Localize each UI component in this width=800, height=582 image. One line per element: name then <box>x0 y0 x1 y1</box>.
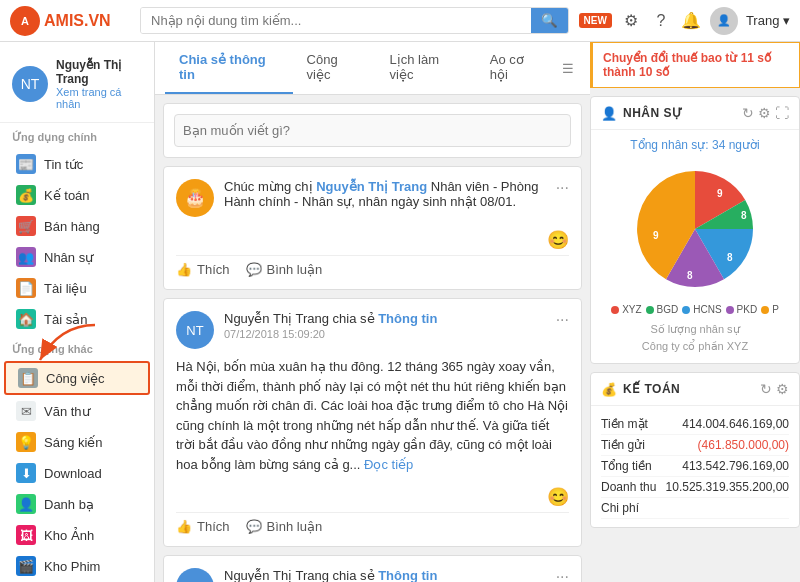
post-avatar: 🎂 <box>176 179 214 217</box>
comment-label-2: Bình luận <box>267 519 323 534</box>
sidebar-item-photos[interactable]: 🖼 Kho Ảnh <box>4 520 150 550</box>
other-apps-title: Ứng dụng khác <box>0 335 154 360</box>
legend-label-hcns: HCNS <box>693 304 721 315</box>
sidebar-item-hr[interactable]: 👥 Nhân sự <box>4 242 150 272</box>
feed-tabs: Chia sẻ thông tin Công việc Lịch làm việ… <box>155 42 590 95</box>
sidebar-item-news[interactable]: 📰 Tin tức <box>4 149 150 179</box>
header: A AMIS.VN 🔍 NEW ⚙ ? 🔔 👤 Trang ▾ <box>0 0 800 42</box>
accounting-widget: 💰 KẾ TOÁN ↻ ⚙ Tiền mặt 414.004.646.169,0… <box>590 372 800 528</box>
post-emoji-2[interactable]: 😊 <box>176 482 569 512</box>
hr-widget-icon: 👤 <box>601 106 617 121</box>
hr-expand-icon[interactable]: ⛶ <box>775 105 789 121</box>
post-header-3: NT Nguyễn Thị Trang chia sẻ Thông tin 07… <box>176 568 569 582</box>
feed-menu-icon[interactable]: ☰ <box>556 51 580 86</box>
acc-settings-icon[interactable]: ⚙ <box>776 381 789 397</box>
svg-text:8: 8 <box>687 270 693 281</box>
new-badge[interactable]: NEW <box>579 13 612 28</box>
tab-share[interactable]: Chia sẻ thông tin <box>165 42 293 94</box>
sidebar-item-download[interactable]: ⬇ Download <box>4 458 150 488</box>
sidebar-label-movies: Kho Phim <box>44 559 100 574</box>
sidebar-item-friends[interactable]: 👤 Danh bạ <box>4 489 150 519</box>
tab-history[interactable]: Lịch làm việc <box>376 42 476 94</box>
like-icon: 👍 <box>176 262 192 277</box>
help-icon[interactable]: ? <box>650 10 672 32</box>
avatar[interactable]: 👤 <box>710 7 738 35</box>
hr-settings-icon[interactable]: ⚙ <box>758 105 771 121</box>
post-more-btn[interactable]: ··· <box>556 179 569 197</box>
svg-text:8: 8 <box>741 210 747 221</box>
hr-subtitle2: Công ty cổ phần XYZ <box>601 338 789 355</box>
post-input[interactable] <box>174 114 571 147</box>
svg-text:9: 9 <box>717 188 723 199</box>
assets-icon: 🏠 <box>16 309 36 329</box>
sidebar-label-sales: Bán hàng <box>44 219 100 234</box>
right-panel: Chuyển đổi thuế bao từ 11 số thành 10 số… <box>590 42 800 582</box>
post-actions-2: 👍 Thích 💬 Bình luận <box>176 512 569 534</box>
accounting-data: Tiền mặt 414.004.646.169,00 Tiền gửi (46… <box>591 406 799 527</box>
hr-refresh-icon[interactable]: ↻ <box>742 105 754 121</box>
sidebar-label-ideas: Sáng kiến <box>44 435 103 450</box>
search-input[interactable] <box>141 8 531 33</box>
work-icon: 📋 <box>18 368 38 388</box>
comment-button-2[interactable]: 💬 Bình luận <box>246 519 323 534</box>
hr-widget-actions: ↻ ⚙ ⛶ <box>742 105 789 121</box>
pie-legend: XYZ BGD HCNS PKD <box>601 298 789 321</box>
friends-icon: 👤 <box>16 494 36 514</box>
hr-total: Tổng nhân sự: 34 người <box>601 138 789 152</box>
tab-opportunity[interactable]: Ao cơ hội <box>476 42 556 94</box>
sidebar-label-work: Công việc <box>46 371 105 386</box>
legend-dot-bgd <box>646 306 654 314</box>
alert-banner[interactable]: Chuyển đổi thuế bao từ 11 số thành 10 số <box>590 42 800 88</box>
post-card-birthday: 🎂 Chúc mừng chị Nguyễn Thị Trang Nhân vi… <box>163 166 582 290</box>
legend-xyz: XYZ <box>611 304 641 315</box>
settings-icon[interactable]: ⚙ <box>620 10 642 32</box>
acc-value-cash: 414.004.646.169,00 <box>682 417 789 431</box>
view-profile-link[interactable]: Xem trang cá nhân <box>56 86 142 110</box>
sidebar-item-docs[interactable]: 📄 Tài liệu <box>4 273 150 303</box>
acc-value-total: 413.542.796.169,00 <box>682 459 789 473</box>
post-time-2: 07/12/2018 15:09:20 <box>224 328 546 340</box>
header-icons: NEW ⚙ ? 🔔 👤 Trang ▾ <box>579 7 790 35</box>
sidebar-item-ideas[interactable]: 💡 Sáng kiến <box>4 427 150 457</box>
notifications-icon[interactable]: 🔔 <box>680 10 702 32</box>
header-username[interactable]: Trang ▾ <box>746 13 790 28</box>
post-emoji[interactable]: 😊 <box>176 225 569 255</box>
like-button-2[interactable]: 👍 Thích <box>176 519 230 534</box>
sidebar-item-sales[interactable]: 🛒 Bán hàng <box>4 211 150 241</box>
sidebar-label-assets: Tài sản <box>44 312 87 327</box>
hr-stats: Tổng nhân sự: 34 người <box>591 130 799 363</box>
acc-value-revenue: 10.525.319.355.200,00 <box>666 480 789 494</box>
sidebar-item-movies[interactable]: 🎬 Kho Phim <box>4 551 150 581</box>
read-more-2[interactable]: Đọc tiếp <box>364 457 413 472</box>
post-more-btn-2[interactable]: ··· <box>556 311 569 329</box>
post-card-3: NT Nguyễn Thị Trang chia sẻ Thông tin 07… <box>163 555 582 582</box>
legend-label-pkd: PKD <box>737 304 758 315</box>
user-info: Nguyễn Thị Trang Xem trang cá nhân <box>56 58 142 110</box>
main-layout: NT Nguyễn Thị Trang Xem trang cá nhân Ứn… <box>0 42 800 582</box>
letter-icon: ✉ <box>16 401 36 421</box>
post-author: Chúc mừng chị Nguyễn Thị Trang Nhân viên… <box>224 179 546 209</box>
logo-text: AMIS.VN <box>44 12 111 30</box>
user-avatar[interactable]: NT <box>12 66 48 102</box>
sidebar-item-assets[interactable]: 🏠 Tài sản <box>4 304 150 334</box>
comment-button[interactable]: 💬 Bình luận <box>246 262 323 277</box>
comment-icon: 💬 <box>246 262 262 277</box>
tab-work[interactable]: Công việc <box>293 42 376 94</box>
post-more-btn-3[interactable]: ··· <box>556 568 569 582</box>
sidebar-item-accounting[interactable]: 💰 Kế toán <box>4 180 150 210</box>
logo-icon: A <box>10 6 40 36</box>
photos-icon: 🖼 <box>16 525 36 545</box>
sidebar-item-letter[interactable]: ✉ Văn thư <box>4 396 150 426</box>
acc-row-cash: Tiền mặt 414.004.646.169,00 <box>601 414 789 435</box>
search-button[interactable]: 🔍 <box>531 8 568 33</box>
sidebar-item-work[interactable]: 📋 Công việc <box>4 361 150 395</box>
logo[interactable]: A AMIS.VN <box>10 6 130 36</box>
docs-icon: 📄 <box>16 278 36 298</box>
pie-chart-container: 9 8 8 8 9 <box>601 160 789 298</box>
acc-label-expense: Chi phí <box>601 501 639 515</box>
like-button[interactable]: 👍 Thích <box>176 262 230 277</box>
hr-widget: 👤 NHÂN SỰ ↻ ⚙ ⛶ Tổng nhân sự: 34 người <box>590 96 800 364</box>
post-body-2: Hà Nội, bốn mùa xuân hạ thu đông. 12 thá… <box>176 357 569 474</box>
acc-refresh-icon[interactable]: ↻ <box>760 381 772 397</box>
legend-label-p: P <box>772 304 779 315</box>
